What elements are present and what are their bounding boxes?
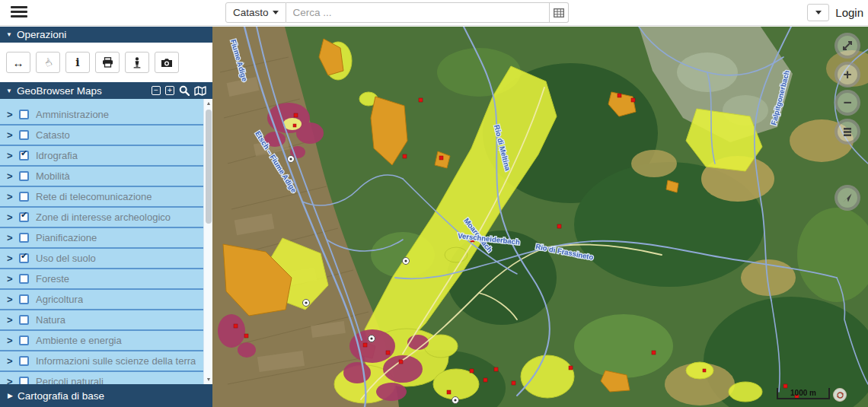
layer-checkbox[interactable] xyxy=(19,356,29,366)
layer-item-pericoli-naturali[interactable]: >Pericoli naturali xyxy=(0,372,212,384)
map-icon[interactable] xyxy=(194,86,206,96)
layer-item-catasto[interactable]: >Catasto xyxy=(0,126,212,146)
chevron-down-icon xyxy=(815,11,822,14)
scale-label: 1000 m xyxy=(790,389,816,397)
table-grid-icon xyxy=(554,8,564,17)
expand-arrows-icon xyxy=(841,40,854,52)
search-bar: Catasto xyxy=(225,2,569,23)
layer-label: Amministrazione xyxy=(36,109,109,120)
zoom-in-button[interactable]: + xyxy=(834,62,860,87)
scroll-down-arrow-icon[interactable]: ▼ xyxy=(204,375,212,384)
layer-checkbox[interactable] xyxy=(19,151,29,161)
layer-label: Uso del suolo xyxy=(36,253,96,264)
expand-chevron-icon[interactable]: > xyxy=(7,376,19,384)
hand-pointer-icon: ☝ xyxy=(42,56,53,69)
language-dropdown[interactable] xyxy=(807,4,829,21)
expand-chevron-icon[interactable]: > xyxy=(7,314,19,326)
collapse-triangle-icon: ▼ xyxy=(6,31,12,38)
scrollbar-thumb[interactable] xyxy=(206,110,212,224)
layer-item-uso-del-suolo[interactable]: >Uso del suolo xyxy=(0,249,212,269)
layer-item-pianificazione[interactable]: >Pianificazione xyxy=(0,228,212,249)
layer-item-amministrazione[interactable]: >Amministrazione xyxy=(0,105,212,126)
layer-item-agricoltura[interactable]: >Agricoltura xyxy=(0,290,212,310)
arrow-left-right-icon: ↔ xyxy=(13,56,24,69)
attribution-button[interactable] xyxy=(833,388,847,402)
scroll-up-arrow-icon[interactable]: ▲ xyxy=(204,99,212,108)
layer-checkbox[interactable] xyxy=(19,294,29,304)
expand-chevron-icon[interactable]: > xyxy=(7,170,19,182)
expand-chevron-icon[interactable]: > xyxy=(7,294,19,305)
zoom-out-button[interactable]: − xyxy=(834,90,860,116)
layer-checkbox[interactable] xyxy=(19,130,29,140)
layer-label: Natura xyxy=(36,314,65,326)
layer-item-zone-di-interesse-archeologico[interactable]: >Zone di interesse archeologico xyxy=(0,208,212,228)
layer-item-rete-di-telecomunicazione[interactable]: >Rete di telecomunicazione xyxy=(0,187,212,208)
expand-chevron-icon[interactable]: > xyxy=(7,150,19,161)
layer-checkbox[interactable] xyxy=(19,315,29,325)
menu-hamburger-icon[interactable] xyxy=(11,6,27,19)
search-input[interactable] xyxy=(286,2,550,23)
expand-chevron-icon[interactable]: > xyxy=(7,355,19,367)
layer-label: Agricoltura xyxy=(36,294,83,305)
expand-chevron-icon[interactable]: > xyxy=(7,191,19,202)
layer-item-natura[interactable]: >Natura xyxy=(0,310,212,331)
layer-label: Catasto xyxy=(36,129,70,141)
layer-item-foreste[interactable]: >Foreste xyxy=(0,269,212,290)
layer-label: Pericoli naturali xyxy=(36,376,104,384)
layer-label: Foreste xyxy=(36,273,69,285)
geobrowser-maps-header[interactable]: ▼ GeoBrowser Maps − + xyxy=(0,82,212,99)
scale-line: 1000 m xyxy=(777,388,830,399)
layer-label: Ambiente e energia xyxy=(36,335,122,346)
login-link[interactable]: Login xyxy=(835,6,863,19)
camera-icon xyxy=(161,58,173,68)
geobrowser-maps-title: GeoBrowser Maps xyxy=(17,85,152,97)
expand-triangle-icon: ▶ xyxy=(8,392,13,399)
layer-checkbox[interactable] xyxy=(19,192,29,202)
expand-chevron-icon[interactable]: > xyxy=(7,211,19,223)
printer-icon xyxy=(102,57,113,68)
pan-horizontal-button[interactable]: ↔ xyxy=(6,52,30,73)
layer-checkbox[interactable] xyxy=(19,253,29,263)
expand-chevron-icon[interactable]: > xyxy=(7,109,19,120)
print-button[interactable] xyxy=(95,52,120,73)
layer-checkbox[interactable] xyxy=(19,335,29,345)
map-canvas[interactable]: Fiume AdigeEtsch – Fiume AdigeRio di Mel… xyxy=(212,27,868,407)
plus-icon: + xyxy=(843,66,851,83)
layer-checkbox[interactable] xyxy=(19,171,29,181)
expand-chevron-icon[interactable]: > xyxy=(7,129,19,141)
collapse-all-icon[interactable]: − xyxy=(152,86,161,95)
expand-chevron-icon[interactable]: > xyxy=(7,273,19,285)
feature-info-button[interactable]: i xyxy=(65,52,90,73)
layer-item-mobilit[interactable]: >Mobilità xyxy=(0,167,212,187)
attribution-arrows-icon xyxy=(836,391,844,399)
operazioni-header[interactable]: ▼ Operazioni xyxy=(0,27,212,43)
layer-item-ambiente-e-energia[interactable]: >Ambiente e energia xyxy=(0,331,212,351)
search-results-table-button[interactable] xyxy=(550,2,569,23)
layer-item-idrografia[interactable]: >Idrografia xyxy=(0,146,212,167)
layer-list: >Amministrazione>Catasto>Idrografia>Mobi… xyxy=(0,99,212,384)
layer-label: Pianificazione xyxy=(36,232,97,243)
operazioni-toolbar: ↔ ☝ i xyxy=(0,43,212,82)
zoom-to-extent-button[interactable] xyxy=(834,33,860,59)
search-layers-icon[interactable] xyxy=(179,85,190,96)
layer-list-scrollbar[interactable]: ▲ ▼ xyxy=(203,99,212,384)
expand-chevron-icon[interactable]: > xyxy=(7,335,19,346)
select-feature-button[interactable]: ☝ xyxy=(36,52,60,73)
street-view-button[interactable] xyxy=(125,52,149,73)
layer-checkbox[interactable] xyxy=(19,110,29,119)
expand-chevron-icon[interactable]: > xyxy=(7,232,19,243)
expand-all-icon[interactable]: + xyxy=(165,86,174,95)
layer-checkbox[interactable] xyxy=(19,233,29,243)
layer-panel-button[interactable] xyxy=(834,119,860,145)
layer-checkbox[interactable] xyxy=(19,274,29,284)
operazioni-title: Operazioni xyxy=(17,29,66,40)
screenshot-button[interactable] xyxy=(155,52,179,73)
search-category-dropdown[interactable]: Catasto xyxy=(225,2,286,23)
geolocate-button[interactable] xyxy=(834,185,860,211)
expand-chevron-icon[interactable]: > xyxy=(7,253,19,264)
layer-checkbox[interactable] xyxy=(19,377,29,384)
cartografia-di-base-header[interactable]: ▶ Cartografia di base xyxy=(0,384,212,407)
layer-item-informazioni-sulle-scienze-della-terra[interactable]: >Informazioni sulle scienze della terra xyxy=(0,351,212,372)
info-icon: i xyxy=(75,56,79,68)
layer-checkbox[interactable] xyxy=(19,212,29,222)
